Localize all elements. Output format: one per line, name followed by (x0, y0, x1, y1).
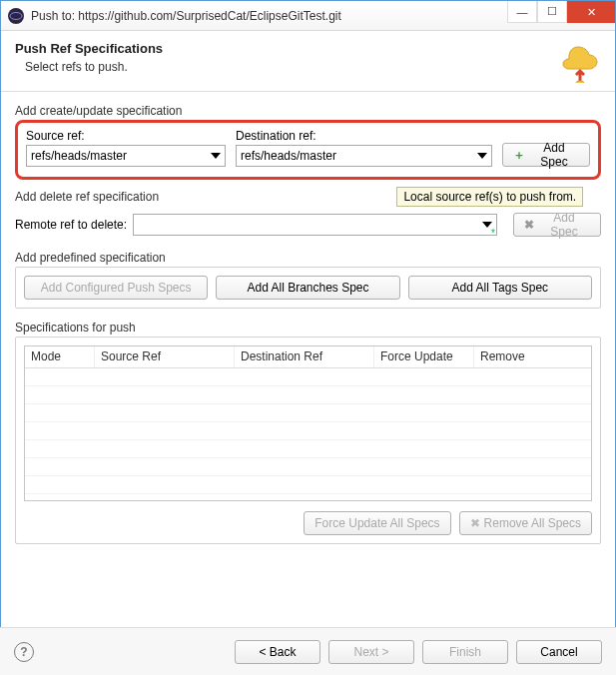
x-icon: ✖ (524, 218, 534, 232)
destination-ref-combo[interactable]: refs/heads/master (236, 145, 492, 167)
wizard-header: Push Ref Specifications Select refs to p… (1, 31, 615, 92)
source-ref-label: Source ref: (26, 129, 226, 143)
help-icon[interactable]: ? (14, 642, 34, 662)
add-configured-push-specs-button[interactable]: Add Configured Push Specs (24, 276, 208, 300)
add-spec-button[interactable]: ＋ Add Spec (502, 143, 590, 167)
create-spec-group: Source ref: refs/heads/master Destinatio… (15, 120, 601, 180)
delete-spec-group-label: Add delete ref specification (15, 190, 159, 204)
table-row (25, 368, 591, 386)
window-title: Push to: https://github.com/SurprisedCat… (31, 9, 507, 23)
eclipse-icon (7, 7, 25, 25)
remove-all-specs-button[interactable]: ✖ Remove All Specs (459, 511, 592, 535)
predefined-group-label: Add predefined specification (15, 251, 601, 265)
finish-button[interactable]: Finish (422, 640, 508, 664)
table-row (25, 386, 591, 404)
force-update-all-button[interactable]: Force Update All Specs (304, 511, 450, 535)
svg-point-2 (576, 81, 584, 83)
remote-ref-delete-combo[interactable] (133, 214, 497, 236)
required-asterisk-icon: * (491, 228, 495, 239)
col-destination-ref[interactable]: Destination Ref (235, 346, 374, 367)
add-delete-spec-button[interactable]: ✖ Add Spec (513, 213, 601, 237)
table-row (25, 422, 591, 440)
col-force-update[interactable]: Force Update (374, 346, 474, 367)
maximize-button[interactable]: ☐ (537, 1, 567, 23)
cancel-button[interactable]: Cancel (516, 640, 602, 664)
predefined-group: Add Configured Push Specs Add All Branch… (15, 267, 601, 309)
create-spec-group-label: Add create/update specification (15, 104, 601, 118)
source-ref-tooltip: Local source ref(s) to push from. (396, 187, 583, 207)
title-bar: Push to: https://github.com/SurprisedCat… (1, 1, 615, 31)
table-row (25, 404, 591, 422)
push-specs-table: Mode Source Ref Destination Ref Force Up… (24, 345, 592, 501)
specs-for-push-group: Mode Source Ref Destination Ref Force Up… (15, 337, 601, 544)
wizard-footer: ? < Back Next > Finish Cancel (0, 627, 616, 675)
next-button[interactable]: Next > (328, 640, 414, 664)
specs-for-push-label: Specifications for push (15, 321, 601, 335)
destination-ref-label: Destination ref: (236, 129, 492, 143)
table-row (25, 458, 591, 476)
page-subtitle: Select refs to push. (25, 60, 163, 74)
page-title: Push Ref Specifications (15, 41, 163, 56)
source-ref-combo[interactable]: refs/heads/master (26, 145, 226, 167)
col-mode[interactable]: Mode (25, 346, 95, 367)
push-cloud-icon (559, 41, 601, 83)
add-all-branches-spec-button[interactable]: Add All Branches Spec (216, 276, 399, 300)
back-button[interactable]: < Back (235, 640, 320, 664)
remove-all-icon: ✖ (470, 516, 480, 530)
close-button[interactable]: ✕ (567, 1, 615, 23)
table-row (25, 440, 591, 458)
add-all-tags-spec-button[interactable]: Add All Tags Spec (408, 276, 592, 300)
col-remove[interactable]: Remove (474, 346, 591, 367)
col-source-ref[interactable]: Source Ref (95, 346, 235, 367)
plus-icon: ＋ (513, 147, 525, 164)
remote-ref-delete-label: Remote ref to delete: (15, 218, 127, 232)
table-row (25, 476, 591, 494)
minimize-button[interactable]: — (507, 1, 537, 23)
